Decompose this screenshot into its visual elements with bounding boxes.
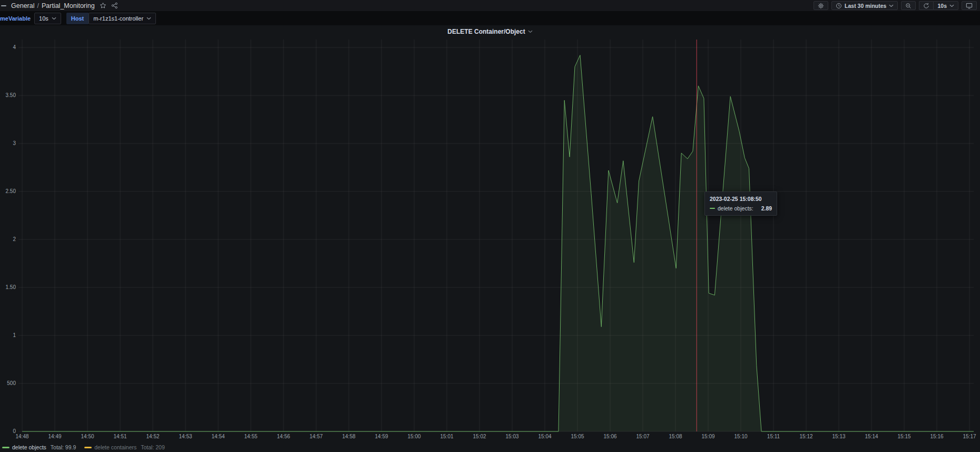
variables-bar: meVariable 10s Host m-r1z1s1-controller bbox=[0, 11, 980, 25]
x-tick-label: 14:55 bbox=[244, 434, 257, 439]
y-tick-label: 1 bbox=[13, 332, 16, 338]
breadcrumb-folder[interactable]: General bbox=[11, 2, 34, 9]
chevron-down-icon bbox=[949, 4, 954, 7]
variable-host-label: Host bbox=[66, 13, 89, 24]
x-tick-label: 14:48 bbox=[15, 434, 28, 439]
refresh-group: 10s bbox=[919, 1, 958, 10]
chevron-down-icon bbox=[52, 17, 56, 20]
legend-swatch-yellow bbox=[84, 447, 92, 448]
tooltip-series-value: 2.89 bbox=[761, 205, 772, 211]
legend-swatch-green bbox=[2, 447, 9, 448]
x-tick-label: 15:11 bbox=[767, 434, 780, 439]
x-tick-label: 15:10 bbox=[734, 434, 747, 439]
x-tick-label: 15:05 bbox=[571, 434, 584, 439]
y-tick-label: 3 bbox=[13, 140, 16, 146]
star-icon[interactable] bbox=[100, 2, 106, 9]
legend-item-delete-containers[interactable]: delete containers Total: 209 bbox=[84, 444, 165, 450]
legend-series-name: delete containers bbox=[94, 444, 136, 450]
y-tick-label: 2 bbox=[13, 236, 16, 242]
breadcrumb: General / Partial_Monitoring bbox=[11, 2, 95, 9]
x-tick-label: 14:56 bbox=[277, 434, 290, 439]
variable-host-value-dropdown[interactable]: m-r1z1s1-controller bbox=[89, 13, 156, 24]
x-tick-label: 15:06 bbox=[603, 434, 616, 439]
variable-timevariable-value: 10s bbox=[39, 15, 48, 22]
breadcrumb-separator: / bbox=[37, 2, 38, 9]
kiosk-mode-button[interactable] bbox=[962, 1, 977, 10]
x-tick-label: 15:13 bbox=[832, 434, 845, 439]
variable-timevariable: meVariable 10s bbox=[0, 13, 61, 24]
refresh-icon bbox=[923, 3, 929, 9]
dashboard-settings-button[interactable] bbox=[814, 1, 828, 10]
variable-timevariable-value-dropdown[interactable]: 10s bbox=[34, 13, 61, 24]
breadcrumb-dashboard[interactable]: Partial_Monitoring bbox=[42, 2, 95, 9]
series-line bbox=[22, 55, 974, 431]
tooltip-timestamp: 2023-02-25 15:08:50 bbox=[710, 196, 772, 202]
x-tick-label: 14:53 bbox=[179, 434, 192, 439]
share-icon[interactable] bbox=[111, 2, 118, 9]
x-tick-label: 15:15 bbox=[897, 434, 910, 439]
grafana-app: General / Partial_Monitoring Last bbox=[0, 0, 980, 452]
y-tick-label: 2.50 bbox=[6, 188, 16, 194]
x-tick-label: 15:00 bbox=[407, 434, 420, 439]
refresh-interval-picker[interactable]: 10s bbox=[933, 1, 958, 10]
monitor-icon bbox=[966, 3, 973, 9]
panel-delete-container-object: DELETE Container/Object 14:4814:4914:501… bbox=[0, 25, 980, 452]
legend-series-name: delete objects bbox=[12, 444, 46, 450]
time-range-picker[interactable]: Last 30 minutes bbox=[831, 1, 898, 10]
legend-total: Total: 99.9 bbox=[51, 444, 76, 450]
zoom-out-button[interactable] bbox=[901, 1, 916, 10]
zoom-out-icon bbox=[905, 3, 912, 9]
y-tick-label: 1.50 bbox=[6, 284, 16, 290]
x-tick-label: 14:54 bbox=[211, 434, 224, 439]
chevron-down-icon bbox=[146, 17, 151, 20]
x-tick-label: 15:03 bbox=[505, 434, 518, 439]
x-tick-label: 14:57 bbox=[309, 434, 322, 439]
x-tick-label: 15:14 bbox=[865, 434, 878, 439]
x-tick-label: 15:07 bbox=[636, 434, 649, 439]
y-tick-label: 3.50 bbox=[6, 92, 16, 98]
x-tick-label: 15:12 bbox=[799, 434, 812, 439]
x-tick-label: 14:50 bbox=[81, 434, 94, 439]
gear-icon bbox=[818, 3, 824, 9]
variable-host-value: m-r1z1s1-controller bbox=[93, 15, 143, 22]
timeseries-chart[interactable]: 14:4814:4914:5014:5114:5214:5314:5414:55… bbox=[0, 25, 980, 452]
x-tick-label: 14:59 bbox=[375, 434, 388, 439]
series-area bbox=[22, 55, 974, 431]
tooltip-series-name: delete objects: bbox=[718, 205, 753, 211]
clock-icon bbox=[836, 3, 842, 9]
variable-host: Host m-r1z1s1-controller bbox=[66, 13, 156, 24]
legend-item-delete-objects[interactable]: delete objects Total: 99.9 bbox=[2, 444, 76, 450]
x-tick-label: 14:52 bbox=[146, 434, 159, 439]
x-tick-label: 15:02 bbox=[473, 434, 486, 439]
x-tick-label: 15:16 bbox=[930, 434, 943, 439]
refresh-button[interactable] bbox=[919, 1, 933, 10]
legend-total: Total: 209 bbox=[141, 444, 165, 450]
top-bar: General / Partial_Monitoring Last bbox=[0, 0, 980, 11]
tooltip-series-swatch bbox=[710, 208, 715, 209]
menu-icon[interactable] bbox=[1, 5, 6, 6]
x-tick-label: 15:04 bbox=[538, 434, 551, 439]
y-tick-label: 500 bbox=[7, 380, 16, 386]
y-tick-label: 0 bbox=[13, 428, 16, 434]
chevron-down-icon bbox=[889, 4, 894, 7]
time-range-label: Last 30 minutes bbox=[845, 3, 886, 9]
x-tick-label: 15:09 bbox=[701, 434, 714, 439]
x-tick-label: 14:51 bbox=[113, 434, 126, 439]
x-tick-label: 15:08 bbox=[669, 434, 682, 439]
variable-timevariable-label: meVariable bbox=[0, 15, 31, 22]
y-tick-label: 4 bbox=[13, 44, 16, 50]
refresh-interval-label: 10s bbox=[937, 3, 947, 9]
chart-tooltip: 2023-02-25 15:08:50 delete objects: 2.89 bbox=[704, 191, 777, 216]
x-tick-label: 14:49 bbox=[48, 434, 61, 439]
x-tick-label: 15:17 bbox=[963, 434, 976, 439]
x-tick-label: 14:58 bbox=[342, 434, 355, 439]
chart-legend: delete objects Total: 99.9 delete contai… bbox=[2, 444, 165, 450]
x-tick-label: 15:01 bbox=[440, 434, 453, 439]
